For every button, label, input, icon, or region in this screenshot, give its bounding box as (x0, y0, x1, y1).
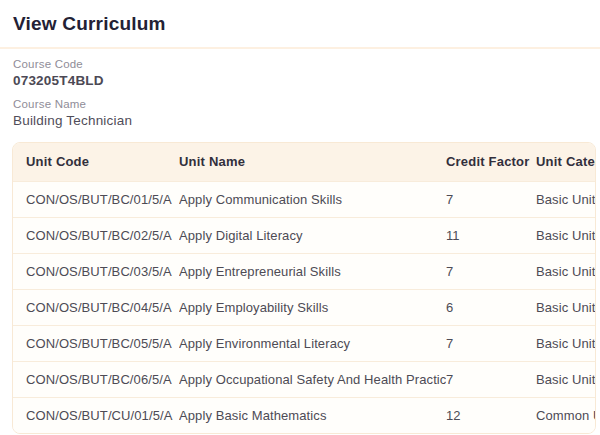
page-header: View Curriculum (0, 0, 600, 49)
column-header-unit-code: Unit Code (13, 143, 179, 181)
units-table-container: Unit Code Unit Name Credit Factor Unit C… (12, 142, 596, 434)
cell-unit-category: Common Unit (536, 397, 596, 433)
cell-unit-code: CON/OS/BUT/BC/03/5/A (13, 253, 179, 289)
course-name-field: Course Name Building Technician (13, 98, 587, 128)
table-row: CON/OS/BUT/BC/03/5/AApply Entrepreneuria… (13, 253, 596, 289)
cell-unit-code: CON/OS/BUT/BC/04/5/A (13, 289, 179, 325)
column-header-credit-factor: Credit Factor (446, 143, 536, 181)
cell-unit-name: Apply Employability Skills (179, 289, 446, 325)
units-table: Unit Code Unit Name Credit Factor Unit C… (13, 143, 596, 433)
column-header-unit-name: Unit Name (179, 143, 446, 181)
cell-credit-factor: 7 (446, 181, 536, 217)
page-title: View Curriculum (13, 13, 587, 35)
cell-unit-category: Basic Unit (536, 253, 596, 289)
table-row: CON/OS/BUT/BC/06/5/AApply Occupational S… (13, 361, 596, 397)
cell-unit-code: CON/OS/BUT/CU/01/5/A (13, 397, 179, 433)
cell-credit-factor: 7 (446, 361, 536, 397)
cell-unit-name: Apply Entrepreneurial Skills (179, 253, 446, 289)
cell-credit-factor: 11 (446, 217, 536, 253)
cell-unit-code: CON/OS/BUT/BC/01/5/A (13, 181, 179, 217)
course-code-field: Course Code 073205T4BLD (13, 58, 587, 88)
cell-unit-name: Apply Basic Mathematics (179, 397, 446, 433)
cell-unit-name: Apply Occupational Safety And Health Pra… (179, 361, 446, 397)
cell-unit-category: Basic Unit (536, 361, 596, 397)
table-row: CON/OS/BUT/BC/02/5/AApply Digital Litera… (13, 217, 596, 253)
cell-unit-name: Apply Digital Literacy (179, 217, 446, 253)
cell-credit-factor: 7 (446, 253, 536, 289)
course-code-value: 073205T4BLD (13, 73, 587, 88)
cell-unit-name: Apply Environmental Literacy (179, 325, 446, 361)
cell-credit-factor: 7 (446, 325, 536, 361)
cell-unit-category: Basic Unit (536, 217, 596, 253)
course-name-label: Course Name (13, 98, 587, 110)
table-row: CON/OS/BUT/CU/01/5/AApply Basic Mathemat… (13, 397, 596, 433)
cell-unit-code: CON/OS/BUT/BC/06/5/A (13, 361, 179, 397)
cell-unit-category: Basic Unit (536, 181, 596, 217)
cell-credit-factor: 6 (446, 289, 536, 325)
header-row: Unit Code Unit Name Credit Factor Unit C… (13, 143, 596, 181)
table-row: CON/OS/BUT/BC/05/5/AApply Environmental … (13, 325, 596, 361)
course-name-value: Building Technician (13, 113, 587, 128)
cell-unit-category: Basic Unit (536, 325, 596, 361)
table-row: CON/OS/BUT/BC/04/5/AApply Employability … (13, 289, 596, 325)
units-table-header: Unit Code Unit Name Credit Factor Unit C… (13, 143, 596, 181)
cell-credit-factor: 12 (446, 397, 536, 433)
cell-unit-category: Basic Unit (536, 289, 596, 325)
course-info-section: Course Code 073205T4BLD Course Name Buil… (0, 49, 600, 128)
table-row: CON/OS/BUT/BC/01/5/AApply Communication … (13, 181, 596, 217)
course-code-label: Course Code (13, 58, 587, 70)
column-header-unit-category: Unit Category (536, 143, 596, 181)
cell-unit-name: Apply Communication Skills (179, 181, 446, 217)
units-table-body: CON/OS/BUT/BC/01/5/AApply Communication … (13, 181, 596, 433)
cell-unit-code: CON/OS/BUT/BC/05/5/A (13, 325, 179, 361)
cell-unit-code: CON/OS/BUT/BC/02/5/A (13, 217, 179, 253)
